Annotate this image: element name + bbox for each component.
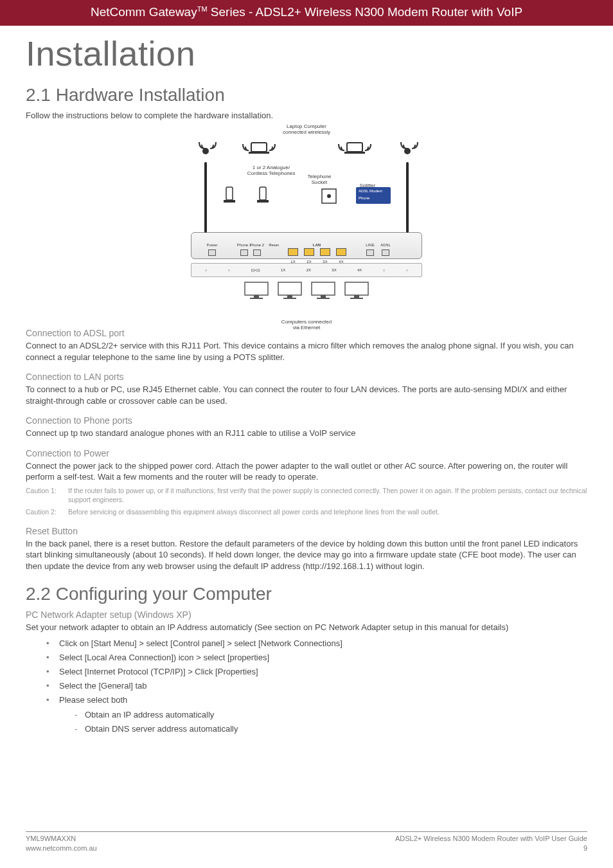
footer-left-line2: www.netcomm.com.au xyxy=(26,844,97,852)
caution1-text: If the router fails to power up, or if i… xyxy=(68,487,587,504)
svg-point-0 xyxy=(202,148,209,154)
step-item-label: Please select both xyxy=(59,695,127,705)
laptop-icon xyxy=(335,139,374,159)
steps-list: Click on [Start Menu] > select [Control … xyxy=(46,637,587,736)
svg-point-11 xyxy=(327,194,331,198)
body-phone: Connect up tp two standard analogue phon… xyxy=(26,428,587,439)
svg-rect-24 xyxy=(350,298,363,299)
substep-item: Obtain an IP address automatically xyxy=(75,708,587,722)
svg-rect-16 xyxy=(278,282,301,295)
port-label-lan: LAN xyxy=(313,243,321,247)
section-2-2-heading: 2.2 Configuring your Computer xyxy=(26,584,587,604)
svg-rect-17 xyxy=(287,295,292,298)
wall-socket-icon xyxy=(321,188,337,205)
diagram-socket-label-1: Telephone xyxy=(308,174,332,179)
splitter-phone-label: Phone xyxy=(359,196,369,200)
body-power: Connect the power jack to the shipped po… xyxy=(26,460,587,483)
line-port xyxy=(366,249,374,256)
subhead-power: Connection to Power xyxy=(26,448,587,458)
substeps-list: Obtain an IP address automatically Obtai… xyxy=(75,708,587,736)
phone-icon xyxy=(256,186,270,205)
adsl-port xyxy=(382,249,389,256)
status-led-1x: 1X xyxy=(281,268,285,272)
header-tm: TM xyxy=(197,5,208,13)
svg-rect-4 xyxy=(344,152,365,154)
svg-rect-9 xyxy=(257,200,269,203)
svg-rect-2 xyxy=(249,152,269,154)
lan3-port xyxy=(320,248,330,256)
monitor-icon xyxy=(277,281,303,300)
port-label-lan2: 2X xyxy=(306,260,311,264)
port-label-power: Power xyxy=(206,243,217,247)
svg-rect-20 xyxy=(321,295,326,298)
antenna-icon xyxy=(204,162,207,233)
subhead-reset: Reset Button xyxy=(26,526,587,536)
diagram-socket-label-2: Socket xyxy=(312,179,327,185)
step-item: Please select both Obtain an IP address … xyxy=(46,693,587,736)
wifi-icon xyxy=(393,138,422,160)
svg-rect-8 xyxy=(260,187,266,200)
footer-right-line1: ADSL2+ Wireless N300 Modem Router with V… xyxy=(395,835,587,842)
body-adsl: Connect to an ADSL2/2+ service with this… xyxy=(26,340,587,363)
step-item: Select [Local Area Connection]) icon > s… xyxy=(46,651,587,665)
caution2-text: Before servicing or disassembling this e… xyxy=(68,508,587,517)
step-item: Click on [Start Menu] > select [Control … xyxy=(46,637,587,651)
hardware-diagram: Laptop Computer connected wirelessly xyxy=(26,127,587,316)
phone-icon xyxy=(222,186,236,205)
lan4-port xyxy=(336,248,346,256)
antenna-icon xyxy=(406,162,409,233)
port-label-lan4: 4X xyxy=(339,260,343,264)
svg-rect-21 xyxy=(317,298,330,299)
svg-rect-6 xyxy=(226,187,233,200)
svg-rect-18 xyxy=(283,298,296,299)
lan1-port xyxy=(288,248,298,256)
svg-rect-19 xyxy=(312,282,335,295)
subhead-lan: Connection to LAN ports xyxy=(26,372,587,382)
caution2-label: Caution 2: xyxy=(26,508,68,517)
splitter-box-icon: ADSL Modem Phone xyxy=(356,187,391,205)
monitor-icon xyxy=(310,281,336,300)
header-brand: NetComm Gateway xyxy=(91,5,197,19)
body-lan: To connect to a hub or PC, use RJ45 Ethe… xyxy=(26,384,587,406)
diagram-laptop-label-2: connected wirelessly xyxy=(283,129,330,135)
substep-item: Obtain DNS server address automatically xyxy=(75,722,587,736)
diagram-computers-label-1: Computers connected xyxy=(281,319,332,325)
svg-rect-1 xyxy=(251,143,267,152)
diagram-phones-label-1: 1 or 2 Analogue/ xyxy=(253,165,290,170)
router-front-panel: ○○(((•))) 1X 2X 3X 4X ○○ xyxy=(191,263,422,277)
footer-left-line1: YML9WMAXXN xyxy=(26,835,76,842)
wifi-icon xyxy=(191,138,220,160)
router-back-panel: Power Phone 1 Phone 2 Reset LAN 1X 2X 3X… xyxy=(191,232,422,259)
diagram-phones-label-2: Cordless Telephones xyxy=(247,170,296,176)
status-led-3x: 3X xyxy=(332,268,336,272)
body-reset: In the back panel, there is a reset butt… xyxy=(26,538,587,572)
svg-rect-7 xyxy=(224,200,235,203)
laptop-icon xyxy=(240,139,278,159)
diagram-computers-label-2: via Ethernet xyxy=(293,325,321,330)
section-2-2-intro: Set your network adapter to obtain an IP… xyxy=(26,622,587,633)
status-led-2x: 2X xyxy=(306,268,311,272)
splitter-modem-label: ADSL Modem xyxy=(359,189,382,193)
phone1-port xyxy=(240,249,248,256)
caution1-label: Caution 1: xyxy=(26,487,68,504)
port-label-lan1: 1X xyxy=(290,260,295,264)
svg-point-5 xyxy=(404,148,411,154)
svg-rect-3 xyxy=(347,143,362,152)
footer-page-number: 9 xyxy=(583,844,587,852)
diagram-laptop-label-1: Laptop Computer xyxy=(287,123,326,129)
svg-rect-23 xyxy=(354,295,359,298)
monitor-icon xyxy=(244,281,269,300)
header-suffix: Series - ADSL2+ Wireless N300 Modem Rout… xyxy=(208,5,523,19)
port-label-lan3: 3X xyxy=(323,260,327,264)
port-label-reset: Reset xyxy=(269,243,279,247)
section-2-1-intro: Follow the instructions below to complet… xyxy=(26,111,587,120)
subhead-phone: Connection to Phone ports xyxy=(26,415,587,426)
step-item: Select the [General] tab xyxy=(46,679,587,693)
port-label-adsl: ADSL xyxy=(380,243,391,247)
lan2-port xyxy=(304,248,314,256)
page-footer: YML9WMAXXN www.netcomm.com.au ADSL2+ Wir… xyxy=(26,831,587,853)
svg-rect-14 xyxy=(254,295,259,298)
page-title: Installation xyxy=(26,33,587,73)
svg-rect-15 xyxy=(250,298,263,299)
svg-rect-22 xyxy=(345,282,368,295)
